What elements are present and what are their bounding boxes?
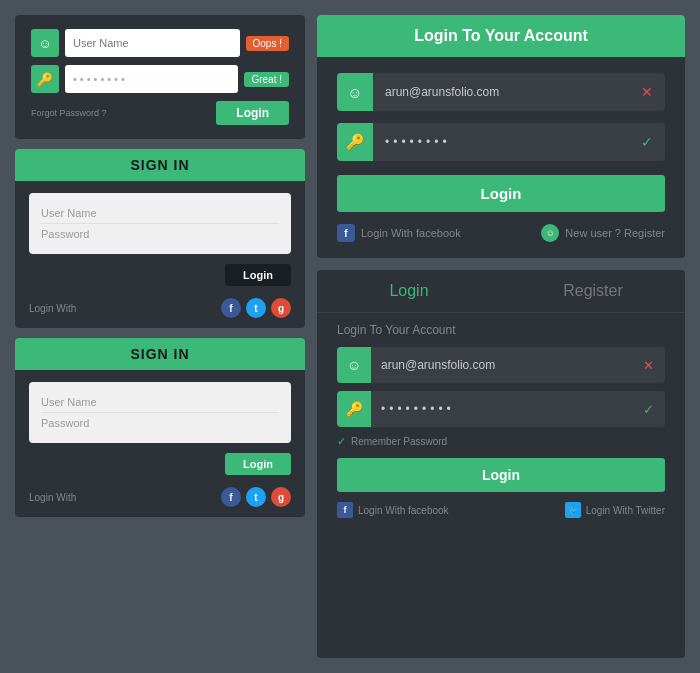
- rt-register-label: New user ? Register: [565, 227, 665, 239]
- rt-password-row: 🔑 ✓: [337, 123, 665, 161]
- rb-facebook-link[interactable]: f Login With facebook: [337, 502, 449, 518]
- widget3-fields: User Name Password: [29, 382, 291, 443]
- error-badge: Oops !: [246, 36, 289, 51]
- widget1-password-input[interactable]: [65, 65, 238, 93]
- widget2-container: SIGN IN User Name Password Login Login W…: [15, 149, 305, 328]
- user-icon: ☺: [31, 29, 59, 57]
- right-top-container: Login To Your Account ☺ ✕ 🔑 ✓ Login f Lo…: [317, 15, 685, 258]
- widget1-footer: Forgot Password ? Login: [31, 101, 289, 125]
- widget3-login-with-label: Login With: [29, 492, 76, 503]
- rb-email-row: ☺ ✕: [337, 347, 665, 383]
- widget2-facebook-icon[interactable]: f: [221, 298, 241, 318]
- widget2-google-icon[interactable]: g: [271, 298, 291, 318]
- rb-facebook-icon: f: [337, 502, 353, 518]
- rb-user-icon: ☺: [337, 347, 371, 383]
- rb-email-input[interactable]: [371, 347, 631, 383]
- rt-password-input[interactable]: [373, 123, 629, 161]
- rt-login-button[interactable]: Login: [337, 175, 665, 212]
- right-top-body: ☺ ✕ 🔑 ✓ Login f Login With facebook ☺ Ne…: [317, 57, 685, 258]
- widget2-btn-row: Login: [29, 264, 291, 286]
- widget2-footer: Login With f t g: [15, 298, 305, 328]
- widget1-username-row: ☺ Oops !: [31, 29, 289, 57]
- rt-email-row: ☺ ✕: [337, 73, 665, 111]
- rb-check-icon: ✓: [337, 435, 346, 448]
- rb-subtitle: Login To Your Account: [337, 323, 665, 337]
- rb-remember-label: Remember Password: [351, 436, 447, 447]
- widget3-body: User Name Password Login: [15, 370, 305, 487]
- rb-footer: f Login With facebook 🐦 Login With Twitt…: [337, 502, 665, 518]
- rt-facebook-icon: f: [337, 224, 355, 242]
- widget1-container: ☺ Oops ! 🔑 Great ! Forgot Password ? Log…: [15, 15, 305, 139]
- widget1-username-input[interactable]: [65, 29, 240, 57]
- widget2-fields: User Name Password: [29, 193, 291, 254]
- right-bottom-container: Login Register Login To Your Account ☺ ✕…: [317, 270, 685, 658]
- widget1-password-row: 🔑 Great !: [31, 65, 289, 93]
- rt-register-link[interactable]: ☺ New user ? Register: [541, 224, 665, 242]
- rb-email-error-icon: ✕: [631, 347, 665, 383]
- rb-password-ok-icon: ✓: [631, 391, 665, 427]
- rt-password-ok-icon: ✓: [629, 123, 665, 161]
- rb-twitter-icon: 🐦: [565, 502, 581, 518]
- rb-key-icon: 🔑: [337, 391, 371, 427]
- widget2-password-label[interactable]: Password: [41, 224, 279, 244]
- rb-facebook-label: Login With facebook: [358, 505, 449, 516]
- rb-body: Login To Your Account ☺ ✕ 🔑 ✓ ✓ Remember…: [317, 313, 685, 532]
- right-top-header: Login To Your Account: [317, 15, 685, 57]
- widget2-username-label[interactable]: User Name: [41, 203, 279, 224]
- rt-facebook-link[interactable]: f Login With facebook: [337, 224, 461, 242]
- rt-register-icon: ☺: [541, 224, 559, 242]
- rb-twitter-label: Login With Twitter: [586, 505, 665, 516]
- widget3-facebook-icon[interactable]: f: [221, 487, 241, 507]
- tab-login[interactable]: Login: [317, 270, 501, 312]
- widget2-twitter-icon[interactable]: t: [246, 298, 266, 318]
- tab-register[interactable]: Register: [501, 270, 685, 312]
- key-icon: 🔑: [31, 65, 59, 93]
- rb-remember-row: ✓ Remember Password: [337, 435, 665, 448]
- widget3-btn-row: Login: [29, 453, 291, 475]
- widget3-footer: Login With f t g: [15, 487, 305, 517]
- rt-footer: f Login With facebook ☺ New user ? Regis…: [337, 224, 665, 242]
- rb-tabs: Login Register: [317, 270, 685, 313]
- rt-user-icon: ☺: [337, 73, 373, 111]
- widget3-twitter-icon[interactable]: t: [246, 487, 266, 507]
- widget3-login-button[interactable]: Login: [225, 453, 291, 475]
- forgot-password-link[interactable]: Forgot Password ?: [31, 108, 107, 118]
- rb-twitter-link[interactable]: 🐦 Login With Twitter: [565, 502, 665, 518]
- widget2-header: SIGN IN: [15, 149, 305, 181]
- rt-facebook-label: Login With facebook: [361, 227, 461, 239]
- rb-password-row: 🔑 ✓: [337, 391, 665, 427]
- widget2-login-with-label: Login With: [29, 303, 76, 314]
- widget3-username-label[interactable]: User Name: [41, 392, 279, 413]
- rb-login-button[interactable]: Login: [337, 458, 665, 492]
- widget3-container: SIGN IN User Name Password Login Login W…: [15, 338, 305, 517]
- widget3-header: SIGN IN: [15, 338, 305, 370]
- rt-email-input[interactable]: [373, 73, 629, 111]
- widget1-login-button[interactable]: Login: [216, 101, 289, 125]
- widget3-google-icon[interactable]: g: [271, 487, 291, 507]
- widget2-body: User Name Password Login: [15, 181, 305, 298]
- rt-email-error-icon: ✕: [629, 73, 665, 111]
- widget3-social-icons: f t g: [221, 487, 291, 507]
- widget2-login-button[interactable]: Login: [225, 264, 291, 286]
- success-badge: Great !: [244, 72, 289, 87]
- widget2-social-icons: f t g: [221, 298, 291, 318]
- widget3-password-label[interactable]: Password: [41, 413, 279, 433]
- rb-password-input[interactable]: [371, 391, 631, 427]
- rt-key-icon: 🔑: [337, 123, 373, 161]
